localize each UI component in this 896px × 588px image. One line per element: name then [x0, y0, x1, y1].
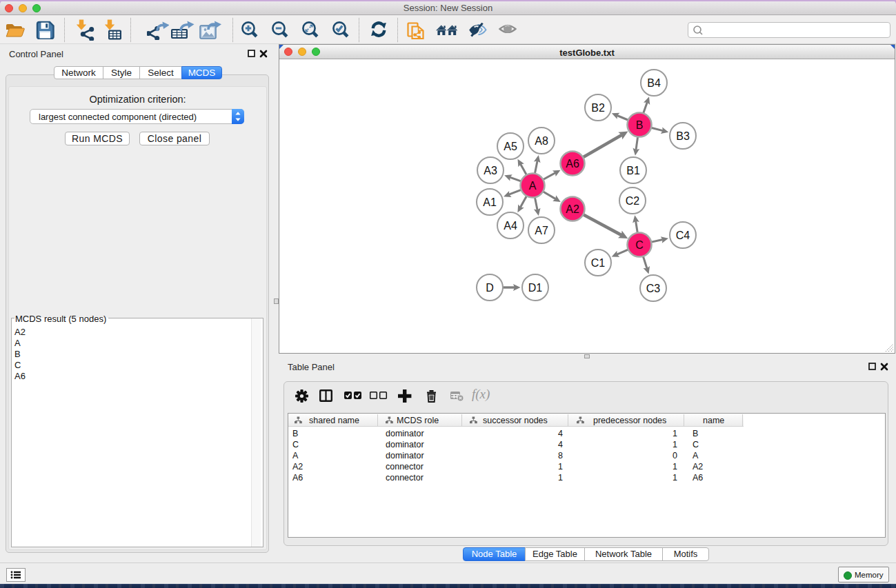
svg-text:A8: A8	[535, 135, 548, 147]
svg-text:C4: C4	[676, 230, 690, 241]
svg-text:A7: A7	[535, 225, 548, 236]
svg-text:B1: B1	[626, 165, 640, 176]
svg-text:B3: B3	[676, 130, 690, 142]
svg-text:A6: A6	[566, 158, 579, 170]
svg-text:A1: A1	[483, 196, 497, 208]
svg-text:B2: B2	[591, 102, 605, 114]
svg-text:A4: A4	[504, 220, 517, 232]
svg-text:B4: B4	[647, 77, 661, 89]
svg-text:A: A	[529, 180, 537, 192]
svg-text:C: C	[635, 239, 644, 251]
svg-text:A5: A5	[504, 141, 517, 152]
svg-text:C2: C2	[626, 195, 640, 207]
svg-text:B: B	[636, 119, 644, 131]
svg-text:C1: C1	[591, 257, 606, 269]
svg-text:A2: A2	[566, 203, 579, 215]
svg-text:D: D	[486, 282, 494, 294]
svg-text:D1: D1	[528, 282, 543, 294]
svg-text:A3: A3	[484, 165, 497, 176]
svg-text:C3: C3	[646, 283, 661, 294]
